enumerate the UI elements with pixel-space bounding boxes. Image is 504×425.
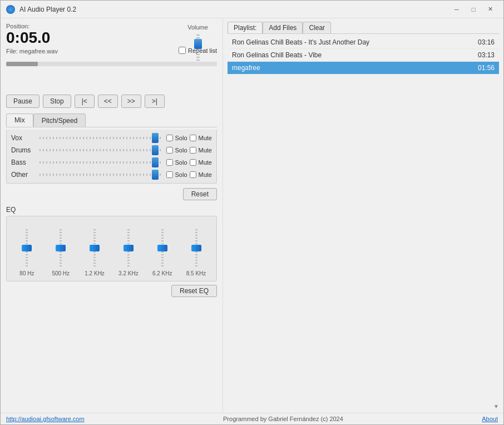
tab-playlist[interactable]: Playlist: [228,22,263,33]
eq-freq-5: 8.5 KHz [186,270,206,276]
main-content: Position: 0:05.0 File: megafree.wav Volu… [1,18,503,413]
repeat-checkbox[interactable] [179,47,186,54]
solo-check-2[interactable] [166,159,173,166]
mute-check-2[interactable] [190,159,196,166]
mix-slider-track-2 [39,161,161,164]
playlist-list: Ron Gelinas Chill Beats - It's Just Anot… [228,36,499,400]
footer-link[interactable]: http://audioai.gfsoftware.com [6,416,85,422]
tab-add-files[interactable]: Add Files [263,22,303,33]
eq-thumb-5[interactable] [191,245,201,251]
eq-col-1: 500 Hz [45,229,77,276]
solo-check-1[interactable] [166,147,173,154]
eq-track-3 [127,229,130,268]
mix-row: Bass Solo Mute [11,159,212,166]
mix-slider-track-1 [39,149,161,151]
mix-controls-0: Solo Mute [166,135,213,141]
mix-slider-track-0 [39,137,161,139]
maximize-button[interactable]: □ [466,4,481,15]
playlist-item[interactable]: megafree 01:56 [228,62,499,75]
volume-slider-thumb[interactable] [194,39,202,49]
eq-col-4: 6.2 KHz [146,229,178,276]
track-duration: 03:13 [478,51,495,59]
eq-label: EQ [6,206,217,214]
app-icon [6,5,15,14]
playlist-item[interactable]: Ron Gelinas Chill Beats - Vibe 03:13 [228,49,499,62]
eq-panel: 80 Hz 500 Hz 1.2 KHz 3.2 KHz 6.2 KHz [6,216,217,281]
minimize-button[interactable]: ─ [449,4,465,15]
eq-col-0: 80 Hz [11,229,43,276]
eq-sliders: 80 Hz 500 Hz 1.2 KHz 3.2 KHz 6.2 KHz [11,221,212,276]
mix-row: Vox Solo Mute [11,134,212,142]
position-volume-row: Position: 0:05.0 File: megafree.wav Volu… [6,23,217,58]
footer: http://audioai.gfsoftware.com Programmed… [1,413,503,424]
track-duration: 03:16 [478,38,495,46]
mix-controls-1: Solo Mute [166,147,213,154]
eq-col-5: 8.5 KHz [180,229,212,276]
solo-label-1: Solo [175,147,187,154]
eq-thumb-0[interactable] [22,245,32,251]
app-title: AI Audio Player 0.2 [19,6,76,13]
mix-panel: Vox Solo Mute Drums Solo Mute Bass [6,130,217,184]
eq-track-0 [26,229,28,268]
mix-slider-thumb-0[interactable] [152,133,159,143]
eq-freq-0: 80 Hz [19,270,34,276]
mix-slider-track-3 [39,174,161,176]
mute-label-3: Mute [199,171,212,178]
about-link[interactable]: About [482,416,498,422]
prev-button[interactable]: |< [75,95,95,108]
eq-thumb-2[interactable] [90,245,100,251]
reset-eq-button[interactable]: Reset EQ [171,285,217,297]
title-bar: AI Audio Player 0.2 ─ □ ✕ [1,1,503,18]
tab-mix[interactable]: Mix [6,113,33,127]
track-name: Ron Gelinas Chill Beats - Vibe [232,51,473,59]
tab-clear[interactable]: Clear [303,22,331,33]
mix-slider-thumb-2[interactable] [152,157,159,167]
eq-freq-4: 6.2 KHz [152,270,172,276]
next-button[interactable]: >| [145,95,165,108]
forward-button[interactable]: >> [121,95,141,108]
playlist-item[interactable]: Ron Gelinas Chill Beats - It's Just Anot… [228,36,499,49]
eq-freq-2: 1.2 KHz [85,270,105,276]
pause-button[interactable]: Pause [6,95,39,108]
solo-check-3[interactable] [166,171,173,178]
mix-row: Other Solo Mute [11,171,212,179]
eq-col-3: 3.2 KHz [112,229,144,276]
progress-bar[interactable] [6,62,217,66]
tab-pitch-speed[interactable]: Pitch/Speed [33,113,86,127]
mute-check-3[interactable] [190,171,196,178]
mix-row: Drums Solo Mute [11,146,212,154]
reset-button[interactable]: Reset [183,188,217,200]
eq-freq-3: 3.2 KHz [118,270,139,276]
eq-thumb-1[interactable] [56,245,66,251]
mute-label-2: Mute [199,159,212,166]
back-button[interactable]: << [98,95,118,108]
volume-label: Volume [187,24,208,31]
left-panel: Position: 0:05.0 File: megafree.wav Volu… [1,18,223,413]
stop-button[interactable]: Stop [43,95,71,108]
title-bar-left: AI Audio Player 0.2 [6,5,76,14]
mute-label-1: Mute [199,147,212,154]
mix-slider-thumb-1[interactable] [152,145,159,155]
track-name: Ron Gelinas Chill Beats - It's Just Anot… [232,38,473,46]
eq-thumb-3[interactable] [123,245,134,251]
transport-controls: Pause Stop |< << >> >| [6,95,217,108]
position-section: Position: 0:05.0 File: megafree.wav [6,23,58,55]
reset-row: Reset [6,188,217,200]
eq-track-1 [60,229,62,268]
close-button[interactable]: ✕ [482,4,498,15]
mute-check-0[interactable] [190,135,196,141]
playlist-tabs: Playlist: Add Files Clear [228,22,499,34]
solo-label-0: Solo [175,135,187,141]
mute-check-1[interactable] [190,147,196,154]
eq-thumb-4[interactable] [157,245,167,251]
title-bar-buttons: ─ □ ✕ [449,4,498,15]
eq-track-5 [195,229,197,268]
eq-col-2: 1.2 KHz [79,229,111,276]
solo-check-0[interactable] [166,135,173,141]
footer-credits: Programmed by Gabriel Fernández (c) 2024 [223,416,343,422]
mix-slider-thumb-3[interactable] [152,170,159,180]
track-duration: 01:56 [478,64,495,72]
scrollbar-arrow: ▼ [493,403,499,409]
solo-label-2: Solo [175,159,187,166]
eq-track-4 [161,229,164,268]
